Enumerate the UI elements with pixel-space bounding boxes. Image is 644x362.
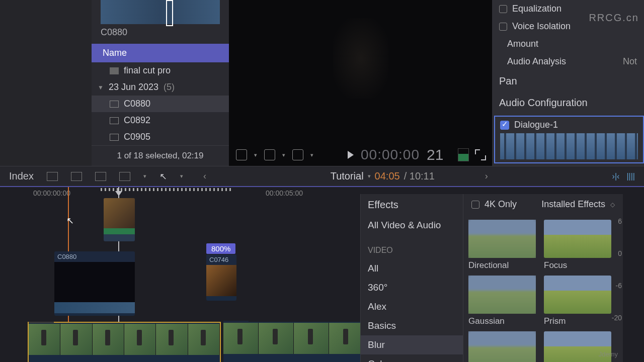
effects-sidebar: Effects All Video & Audio VIDEO All 360°… xyxy=(361,194,463,362)
scale-tick: -20 xyxy=(612,314,622,322)
pan-section[interactable]: Pan xyxy=(492,70,644,92)
effect-item[interactable] xyxy=(468,331,536,362)
effects-grid: 4K Only Installed Effects ◇ Directional … xyxy=(463,194,623,362)
chevron-down-icon[interactable]: ▾ xyxy=(143,173,146,179)
audio-analysis-label: Audio Analysis xyxy=(507,56,566,67)
event-row[interactable]: ▼ 23 Jun 2023 (5) xyxy=(92,79,229,96)
chevron-down-icon[interactable]: ▾ xyxy=(254,152,257,158)
scale-tick: 0 xyxy=(618,249,622,257)
insert-tool-icon[interactable] xyxy=(71,172,82,181)
checkbox-checked-icon[interactable] xyxy=(500,121,509,130)
timeline-clip[interactable]: C0880 xyxy=(54,251,135,316)
clip-icon xyxy=(110,134,119,141)
disclosure-triangle-icon[interactable]: ▼ xyxy=(98,84,104,91)
play-button[interactable] xyxy=(348,151,354,159)
event-count: (5) xyxy=(164,82,175,93)
frame-thumb xyxy=(124,324,156,355)
name-column-header[interactable]: Name xyxy=(92,44,229,62)
effect-item[interactable]: Gaussian xyxy=(468,276,536,326)
watermark: RRCG.cn xyxy=(589,12,639,24)
effect-thumbnail xyxy=(544,276,611,314)
event-date: 23 Jun 2023 xyxy=(109,82,158,93)
scale-tick: 6 xyxy=(618,217,622,225)
effect-label: Focus xyxy=(544,260,611,270)
effects-category-selected[interactable]: Blur xyxy=(361,335,463,354)
append-tool-icon[interactable] xyxy=(95,172,106,181)
effect-thumbnail xyxy=(468,276,536,314)
effects-category[interactable]: Alex xyxy=(361,297,463,316)
speed-badge[interactable]: 800% xyxy=(206,243,235,254)
clip-audio xyxy=(104,228,135,234)
clip-row[interactable]: C0880 xyxy=(92,96,229,112)
snapping-icon[interactable]: ›|‹ xyxy=(612,172,620,181)
index-button[interactable]: Index xyxy=(9,170,34,182)
fullscreen-button[interactable] xyxy=(476,150,485,159)
audio-component[interactable]: Dialogue-1 xyxy=(494,116,644,163)
frame-thumb xyxy=(93,324,124,355)
browser-panel: C0880 Name final cut pro ▼ 23 Jun 2023 (… xyxy=(92,0,229,166)
effects-category[interactable]: All xyxy=(361,259,463,278)
clip-label: C0880 xyxy=(54,251,135,262)
timeline[interactable]: 00:00:00:00 00:00:05:00 ↖ C0880 800% C07… xyxy=(0,186,644,362)
skimming-icon[interactable]: |||| xyxy=(626,172,635,181)
video-heading: VIDEO xyxy=(361,242,463,259)
timeline-clip[interactable]: C0855 xyxy=(223,322,364,362)
connect-tool-icon[interactable] xyxy=(47,172,58,181)
chevron-down-icon[interactable]: ▾ xyxy=(310,152,313,158)
frame-thumb xyxy=(188,324,220,355)
timeline-clip[interactable]: C0746 xyxy=(206,254,236,301)
audio-meters xyxy=(458,148,469,161)
effects-category[interactable]: Basics xyxy=(361,316,463,335)
frame-thumb xyxy=(29,324,60,355)
timecode-frames: 21 xyxy=(427,146,443,163)
clip-row[interactable]: C0892 xyxy=(92,112,229,129)
chevron-down-icon[interactable]: ▾ xyxy=(180,173,183,179)
frame-thumb xyxy=(223,323,259,354)
retime-tool-icon[interactable] xyxy=(292,149,303,160)
clip-row[interactable]: C0905 xyxy=(92,129,229,145)
clip-name: C0880 xyxy=(124,99,150,109)
library-item[interactable]: final cut pro xyxy=(92,62,229,79)
next-button[interactable]: › xyxy=(478,171,495,182)
library-item-label: final cut pro xyxy=(124,65,171,76)
effects-title: Effects xyxy=(361,194,463,216)
audio-config-section[interactable]: Audio Configuration xyxy=(492,92,644,114)
mouse-cursor-icon: ↖ xyxy=(66,215,74,226)
effect-item[interactable]: Prism xyxy=(544,276,611,326)
amount-row[interactable]: Amount xyxy=(492,35,644,53)
marker-strip xyxy=(101,188,231,191)
connected-clip[interactable] xyxy=(104,198,135,241)
effect-label: Directional xyxy=(468,260,536,270)
transform-tool-icon[interactable] xyxy=(236,149,247,160)
arrow-tool-icon[interactable]: ↖ xyxy=(159,171,167,182)
effects-category[interactable]: Color xyxy=(361,354,463,362)
4k-only-label: 4K Only xyxy=(485,199,517,210)
overwrite-tool-icon[interactable] xyxy=(119,172,130,181)
checkbox-icon[interactable] xyxy=(499,5,507,13)
chevron-down-icon[interactable]: ▾ xyxy=(368,173,371,179)
project-name[interactable]: Tutorial xyxy=(331,170,364,182)
timeline-clip-selected[interactable]: C0855 xyxy=(28,322,221,362)
effect-item[interactable]: Focus xyxy=(544,220,611,270)
clip-filmstrip[interactable] xyxy=(101,0,220,24)
viewer[interactable]: ▾ ▾ ▾ 00:00:00 21 xyxy=(229,0,492,166)
audio-analysis-row[interactable]: Audio Analysis Not xyxy=(492,53,644,70)
effects-category[interactable]: 360° xyxy=(361,278,463,297)
frame-thumb xyxy=(259,323,294,354)
chevron-down-icon[interactable]: ▾ xyxy=(282,152,285,158)
timecode-display[interactable]: 00:00:00 xyxy=(361,147,420,163)
effects-category[interactable]: All Video & Audio xyxy=(361,216,463,235)
installed-dropdown[interactable]: Installed Effects xyxy=(541,199,605,210)
effect-item[interactable]: Directional xyxy=(468,220,536,270)
ruler-tick: 00:00:05:00 xyxy=(266,189,303,197)
equalization-label: Equalization xyxy=(512,4,561,14)
library-sidebar xyxy=(0,0,92,166)
prev-button[interactable]: ‹ xyxy=(196,171,213,182)
sort-icon[interactable]: ◇ xyxy=(610,201,615,208)
frame-thumb xyxy=(329,323,364,354)
enhance-tool-icon[interactable] xyxy=(264,149,275,160)
clip-audio xyxy=(54,302,135,313)
checkbox-icon[interactable] xyxy=(499,23,507,31)
effect-thumbnail xyxy=(468,331,536,362)
checkbox-icon[interactable] xyxy=(471,201,479,209)
